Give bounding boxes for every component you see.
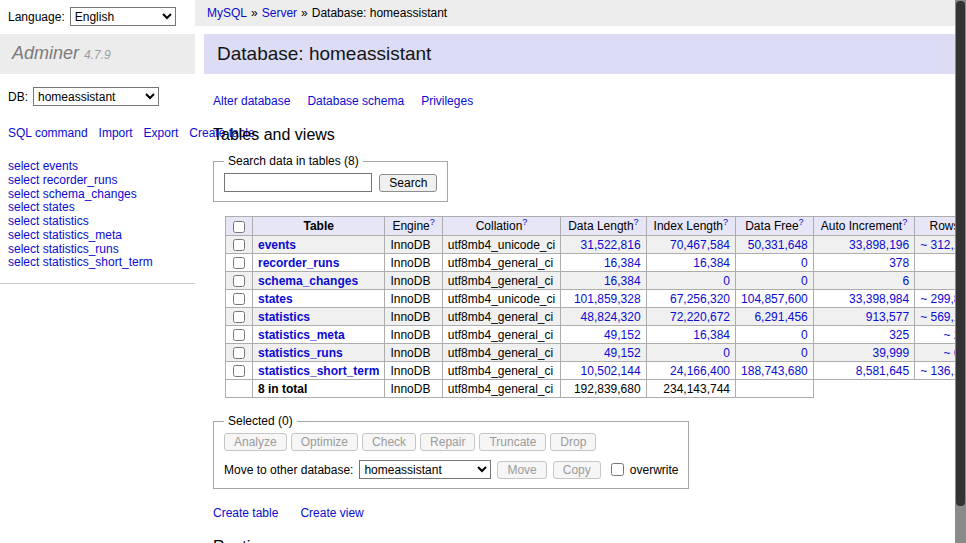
row-checkbox[interactable] [233,365,245,377]
row-checkbox[interactable] [233,311,245,323]
scrollbar-thumb[interactable] [956,1,965,506]
data-free-cell: 104,857,600 [736,290,814,308]
check-button[interactable]: Check [362,433,416,451]
total-index-length-cell: 234,143,744 [646,380,735,398]
selected-legend: Selected (0) [224,414,297,428]
routines-heading: Routines [213,538,966,543]
table-name-link[interactable]: statistics_short_term [258,364,379,378]
select-all-checkbox[interactable] [233,221,245,233]
column-help-link[interactable]: ? [799,217,804,227]
row-checkbox-cell [226,290,253,308]
table-row: statisticsInnoDButf8mb4_general_ci48,824… [226,308,966,326]
total-engine-cell: InnoDB [385,380,442,398]
create-link[interactable]: Create view [300,506,363,520]
table-row: statistics_runsInnoDButf8mb4_general_ci4… [226,344,966,362]
index-length-cell: 16,384 [646,254,735,272]
row-checkbox[interactable] [233,239,245,251]
total-data-free-cell [736,380,814,398]
engine-cell: InnoDB [385,236,442,254]
sidebar-select-link[interactable]: select statistics_runs [8,242,187,256]
column-help-link[interactable]: ? [723,217,728,227]
row-checkbox-cell [226,272,253,290]
data-free-cell: 188,743,680 [736,362,814,380]
move-db-select[interactable]: homeassistant [359,460,491,479]
search-legend: Search data in tables (8) [224,154,363,168]
column-header: Auto Increment? [813,217,914,236]
table-name-link[interactable]: recorder_runs [258,256,339,270]
move-button[interactable]: Move [497,461,546,479]
engine-cell: InnoDB [385,308,442,326]
row-checkbox-cell [226,362,253,380]
sidebar-link[interactable]: Import [99,126,133,140]
sidebar-select-link[interactable]: select statistics [8,215,187,229]
sidebar-select-link[interactable]: select states [8,201,187,215]
data-free-cell: 50,331,648 [736,236,814,254]
sidebar-select-link[interactable]: select recorder_runs [8,174,187,188]
sidebar-select-link[interactable]: select events [8,160,187,174]
table-name-link[interactable]: statistics_runs [258,346,343,360]
table-name-link[interactable]: events [258,238,296,252]
breadcrumb-link-mysql[interactable]: MySQL [207,6,247,20]
overwrite-option[interactable]: overwrite [607,460,679,479]
index-length-cell: 16,384 [646,326,735,344]
table-name-link[interactable]: states [258,292,293,306]
table-name-link[interactable]: statistics_meta [258,328,345,342]
column-help-link[interactable]: ? [634,217,639,227]
sidebar-link[interactable]: SQL command [8,126,88,140]
table-row: statesInnoDButf8mb4_unicode_ci101,859,32… [226,290,966,308]
create-link[interactable]: Create table [213,506,278,520]
table-row: recorder_runsInnoDButf8mb4_general_ci16,… [226,254,966,272]
row-checkbox[interactable] [233,275,245,287]
copy-button[interactable]: Copy [553,461,601,479]
db-action-link[interactable]: Database schema [307,94,404,108]
data-free-cell: 0 [736,326,814,344]
row-checkbox[interactable] [233,293,245,305]
column-help-link[interactable]: ? [522,217,527,227]
sidebar-select-link[interactable]: select statistics_short_term [8,256,187,270]
repair-button[interactable]: Repair [420,433,475,451]
breadcrumb-current: Database: homeassistant [312,6,447,20]
index-length-cell: 70,467,584 [646,236,735,254]
auto-increment-cell: 33,398,984 [813,290,914,308]
engine-cell: InnoDB [385,290,442,308]
search-button[interactable]: Search [379,174,437,192]
truncate-button[interactable]: Truncate [479,433,546,451]
language-select[interactable]: English [70,7,176,26]
auto-increment-cell: 33,898,196 [813,236,914,254]
db-label: DB: [8,90,28,104]
data-free-cell: 0 [736,344,814,362]
table-name-link[interactable]: statistics [258,310,310,324]
column-help-link[interactable]: ? [902,217,907,227]
row-checkbox[interactable] [233,347,245,359]
sidebar-select-link[interactable]: select schema_changes [8,187,187,201]
data-length-cell: 10,502,144 [561,362,646,380]
optimize-button[interactable]: Optimize [291,433,358,451]
breadcrumb-link-server[interactable]: Server [262,6,297,20]
row-checkbox[interactable] [233,257,245,269]
row-checkbox[interactable] [233,329,245,341]
auto-increment-cell: 6 [813,272,914,290]
overwrite-label: overwrite [630,463,679,477]
sidebar-link[interactable]: Export [144,126,179,140]
drop-button[interactable]: Drop [550,433,596,451]
sidebar-select-link[interactable]: select statistics_meta [8,228,187,242]
auto-increment-cell: 378 [813,254,914,272]
column-help-link[interactable]: ? [430,217,435,227]
collation-cell: utf8mb4_general_ci [442,308,560,326]
collation-cell: utf8mb4_general_ci [442,272,560,290]
table-name-cell: statistics_runs [253,344,385,362]
db-action-link[interactable]: Privileges [421,94,473,108]
analyze-button[interactable]: Analyze [224,433,287,451]
table-name-cell: statistics [253,308,385,326]
data-free-cell: 6,291,456 [736,308,814,326]
scrollbar[interactable] [955,0,966,543]
table-name-link[interactable]: schema_changes [258,274,358,288]
engine-cell: InnoDB [385,362,442,380]
overwrite-checkbox[interactable] [611,463,624,476]
create-links: Create tableCreate view [213,506,966,520]
search-input[interactable] [224,173,372,192]
db-select[interactable]: homeassistant [33,87,159,106]
collation-cell: utf8mb4_unicode_ci [442,236,560,254]
db-action-link[interactable]: Alter database [213,94,290,108]
language-label: Language: [8,10,65,24]
